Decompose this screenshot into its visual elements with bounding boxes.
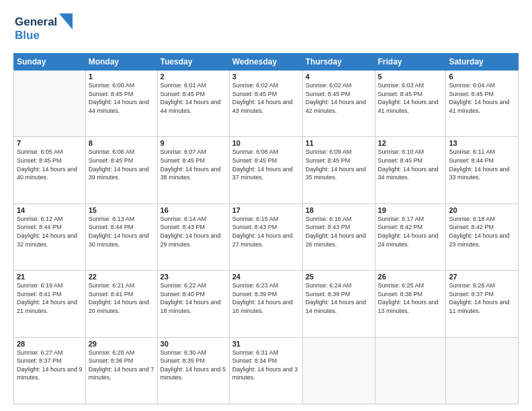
svg-marker-2 (59, 13, 73, 30)
week-row-3: 14Sunrise: 6:12 AM Sunset: 8:44 PM Dayli… (14, 203, 519, 270)
day-info: Sunrise: 6:19 AM Sunset: 8:41 PM Dayligh… (17, 281, 83, 315)
day-cell: 12Sunrise: 6:10 AM Sunset: 8:45 PM Dayli… (375, 137, 446, 203)
day-number: 10 (232, 139, 300, 147)
logo-svg: General Blue (13, 11, 74, 48)
svg-text:Blue: Blue (15, 29, 40, 42)
day-cell: 29Sunrise: 6:28 AM Sunset: 8:36 PM Dayli… (85, 337, 157, 404)
day-info: Sunrise: 6:13 AM Sunset: 8:44 PM Dayligh… (89, 215, 154, 248)
day-info: Sunrise: 6:02 AM Sunset: 8:45 PM Dayligh… (232, 81, 300, 115)
day-cell: 26Sunrise: 6:25 AM Sunset: 8:38 PM Dayli… (375, 271, 446, 337)
day-info: Sunrise: 6:14 AM Sunset: 8:43 PM Dayligh… (161, 215, 226, 248)
day-cell (375, 337, 446, 404)
day-cell: 30Sunrise: 6:30 AM Sunset: 8:35 PM Dayli… (157, 337, 229, 404)
day-cell: 14Sunrise: 6:12 AM Sunset: 8:44 PM Dayli… (14, 203, 86, 270)
day-number: 28 (17, 340, 83, 348)
day-number: 17 (232, 206, 300, 214)
day-info: Sunrise: 6:28 AM Sunset: 8:36 PM Dayligh… (89, 349, 154, 382)
day-number: 25 (306, 273, 372, 281)
day-info: Sunrise: 6:23 AM Sunset: 8:39 PM Dayligh… (232, 281, 300, 315)
day-cell: 27Sunrise: 6:26 AM Sunset: 8:37 PM Dayli… (446, 271, 519, 337)
day-info: Sunrise: 6:22 AM Sunset: 8:40 PM Dayligh… (161, 281, 226, 315)
day-info: Sunrise: 6:01 AM Sunset: 8:45 PM Dayligh… (161, 81, 226, 115)
day-cell: 8Sunrise: 6:06 AM Sunset: 8:45 PM Daylig… (85, 137, 157, 203)
day-cell: 2Sunrise: 6:01 AM Sunset: 8:45 PM Daylig… (157, 71, 229, 137)
day-cell: 31Sunrise: 6:31 AM Sunset: 8:34 PM Dayli… (229, 337, 302, 404)
day-number: 15 (89, 206, 154, 214)
day-number: 20 (449, 206, 515, 214)
day-number: 19 (378, 206, 443, 214)
day-number: 16 (161, 206, 226, 214)
weekday-saturday: Saturday (446, 54, 519, 71)
day-number: 5 (378, 73, 443, 81)
day-cell: 3Sunrise: 6:02 AM Sunset: 8:45 PM Daylig… (229, 71, 302, 137)
day-cell: 17Sunrise: 6:15 AM Sunset: 8:43 PM Dayli… (229, 203, 302, 270)
day-cell (302, 337, 375, 404)
weekday-sunday: Sunday (14, 54, 86, 71)
weekday-monday: Monday (85, 54, 157, 71)
day-cell: 28Sunrise: 6:27 AM Sunset: 8:37 PM Dayli… (14, 337, 86, 404)
day-info: Sunrise: 6:15 AM Sunset: 8:43 PM Dayligh… (232, 215, 300, 248)
weekday-header-row: SundayMondayTuesdayWednesdayThursdayFrid… (14, 54, 519, 71)
day-info: Sunrise: 6:06 AM Sunset: 8:45 PM Dayligh… (89, 148, 154, 181)
day-number: 3 (232, 73, 300, 81)
day-cell: 25Sunrise: 6:24 AM Sunset: 8:39 PM Dayli… (302, 271, 375, 337)
weekday-thursday: Thursday (302, 54, 375, 71)
day-number: 1 (89, 73, 154, 81)
svg-text:General: General (15, 15, 57, 28)
day-cell: 10Sunrise: 6:08 AM Sunset: 8:45 PM Dayli… (229, 137, 302, 203)
day-info: Sunrise: 6:04 AM Sunset: 8:45 PM Dayligh… (449, 81, 515, 115)
day-cell: 15Sunrise: 6:13 AM Sunset: 8:44 PM Dayli… (85, 203, 157, 270)
day-cell: 6Sunrise: 6:04 AM Sunset: 8:45 PM Daylig… (446, 71, 519, 137)
day-info: Sunrise: 6:07 AM Sunset: 8:45 PM Dayligh… (161, 148, 226, 181)
weekday-friday: Friday (375, 54, 446, 71)
day-info: Sunrise: 6:27 AM Sunset: 8:37 PM Dayligh… (17, 349, 83, 382)
day-cell: 7Sunrise: 6:05 AM Sunset: 8:45 PM Daylig… (14, 137, 86, 203)
day-cell: 19Sunrise: 6:17 AM Sunset: 8:42 PM Dayli… (375, 203, 446, 270)
day-number: 13 (449, 139, 515, 147)
day-cell: 22Sunrise: 6:21 AM Sunset: 8:41 PM Dayli… (85, 271, 157, 337)
weekday-wednesday: Wednesday (229, 54, 302, 71)
day-info: Sunrise: 6:17 AM Sunset: 8:42 PM Dayligh… (378, 215, 443, 248)
week-row-5: 28Sunrise: 6:27 AM Sunset: 8:37 PM Dayli… (14, 337, 519, 404)
day-cell: 16Sunrise: 6:14 AM Sunset: 8:43 PM Dayli… (157, 203, 229, 270)
day-number: 31 (232, 340, 300, 348)
day-number: 7 (17, 139, 83, 147)
day-info: Sunrise: 6:02 AM Sunset: 8:45 PM Dayligh… (306, 81, 372, 115)
day-cell (14, 71, 86, 137)
day-cell: 9Sunrise: 6:07 AM Sunset: 8:45 PM Daylig… (157, 137, 229, 203)
day-number: 27 (449, 273, 515, 281)
day-cell: 5Sunrise: 6:03 AM Sunset: 8:45 PM Daylig… (375, 71, 446, 137)
day-cell: 13Sunrise: 6:11 AM Sunset: 8:44 PM Dayli… (446, 137, 519, 203)
day-info: Sunrise: 6:25 AM Sunset: 8:38 PM Dayligh… (378, 281, 443, 315)
day-number: 14 (17, 206, 83, 214)
day-number: 9 (161, 139, 226, 147)
day-number: 2 (161, 73, 226, 81)
day-number: 6 (449, 73, 515, 81)
day-number: 12 (378, 139, 443, 147)
day-number: 22 (89, 273, 154, 281)
week-row-1: 1Sunrise: 6:00 AM Sunset: 8:45 PM Daylig… (14, 71, 519, 137)
day-cell (446, 337, 519, 404)
day-cell: 21Sunrise: 6:19 AM Sunset: 8:41 PM Dayli… (14, 271, 86, 337)
page: General Blue SundayMondayTuesdayWednesda… (0, 0, 532, 411)
week-row-4: 21Sunrise: 6:19 AM Sunset: 8:41 PM Dayli… (14, 271, 519, 337)
day-info: Sunrise: 6:30 AM Sunset: 8:35 PM Dayligh… (161, 349, 226, 382)
logo: General Blue (13, 11, 74, 48)
day-info: Sunrise: 6:05 AM Sunset: 8:45 PM Dayligh… (17, 148, 83, 181)
day-cell: 4Sunrise: 6:02 AM Sunset: 8:45 PM Daylig… (302, 71, 375, 137)
day-info: Sunrise: 6:18 AM Sunset: 8:42 PM Dayligh… (449, 215, 515, 248)
day-number: 30 (161, 340, 226, 348)
day-cell: 1Sunrise: 6:00 AM Sunset: 8:45 PM Daylig… (85, 71, 157, 137)
day-info: Sunrise: 6:31 AM Sunset: 8:34 PM Dayligh… (232, 349, 300, 382)
day-info: Sunrise: 6:09 AM Sunset: 8:45 PM Dayligh… (306, 148, 372, 181)
day-number: 23 (161, 273, 226, 281)
calendar-table: SundayMondayTuesdayWednesdayThursdayFrid… (13, 53, 519, 404)
day-cell: 24Sunrise: 6:23 AM Sunset: 8:39 PM Dayli… (229, 271, 302, 337)
day-number: 21 (17, 273, 83, 281)
day-info: Sunrise: 6:21 AM Sunset: 8:41 PM Dayligh… (89, 281, 154, 315)
day-info: Sunrise: 6:03 AM Sunset: 8:45 PM Dayligh… (378, 81, 443, 115)
day-info: Sunrise: 6:11 AM Sunset: 8:44 PM Dayligh… (449, 148, 515, 181)
day-number: 29 (89, 340, 154, 348)
day-number: 4 (306, 73, 372, 81)
day-number: 11 (306, 139, 372, 147)
